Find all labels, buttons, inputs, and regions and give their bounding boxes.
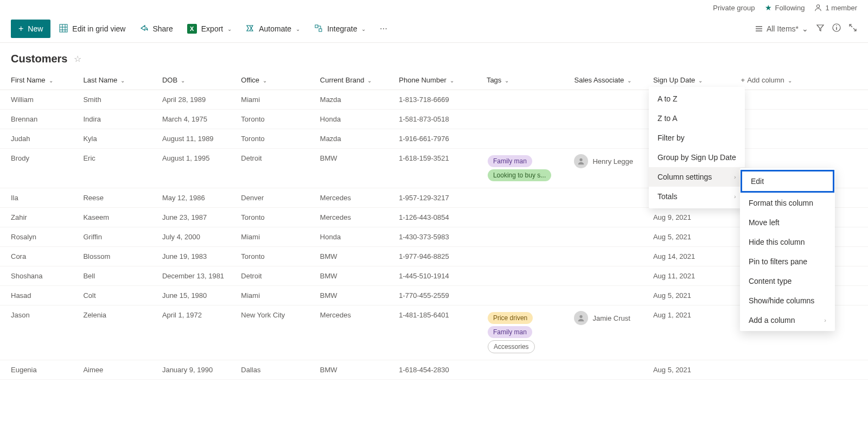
view-name: All Items* (767, 24, 799, 33)
cell-last-name: Reese (79, 188, 157, 208)
show-hide-columns[interactable]: Show/hide columns (740, 291, 835, 310)
hide-column[interactable]: Hide this column (740, 232, 835, 252)
cell-blank (737, 360, 868, 380)
cell-phone: 1-481-185-6401 (394, 306, 482, 360)
view-selector[interactable]: All Items* ⌄ (755, 24, 808, 33)
expand-icon[interactable] (848, 23, 857, 34)
cell-first-name: Jason (0, 306, 79, 360)
cell-first-name: William (0, 90, 79, 110)
integrate-label: Integrate (327, 24, 357, 33)
cell-brand: BMW (316, 266, 394, 286)
edit-grid-button[interactable]: Edit in grid view (54, 21, 131, 37)
cell-dob: June 23, 1987 (158, 208, 237, 227)
add-column[interactable]: +Add column⌄ (737, 71, 868, 90)
table-row[interactable]: HasadColtJune 15, 1980MiamiBMW1-770-455-… (0, 286, 868, 306)
cell-last-name: Aimee (79, 360, 157, 380)
favorite-star-icon[interactable]: ☆ (74, 54, 81, 64)
table-row[interactable]: JasonZeleniaApril 1, 1972New York CityMe… (0, 306, 868, 360)
cell-brand: Mazda (316, 90, 394, 110)
more-button[interactable]: ⋯ (374, 21, 393, 36)
members-button[interactable]: 1 member (814, 4, 857, 12)
col-signup[interactable]: Sign Up Date⌄ A to Z Z to A Filter by Gr… (649, 71, 737, 90)
following-button[interactable]: ★ Following (765, 3, 805, 12)
new-button[interactable]: + New (11, 20, 50, 38)
table-row[interactable]: ZahirKaseemJune 23, 1987TorontoMercedes1… (0, 208, 868, 227)
cell-first-name: Cora (0, 247, 79, 266)
cell-sales (570, 208, 648, 227)
svg-point-16 (580, 158, 583, 161)
cell-blank (737, 110, 868, 129)
cell-tags (482, 266, 570, 286)
col-first-name[interactable]: First Name⌄ (0, 71, 79, 90)
format-column[interactable]: Format this column (740, 193, 835, 213)
cell-dob: August 11, 1989 (158, 129, 237, 149)
totals[interactable]: Totals› (649, 187, 745, 206)
chevron-down-icon: ⌄ (698, 78, 703, 84)
cell-dob: May 12, 1986 (158, 188, 237, 208)
cell-brand: BMW (316, 286, 394, 306)
chevron-down-icon: ⌄ (296, 26, 300, 32)
table-wrapper: First Name⌄ Last Name⌄ DOB⌄ Office⌄ Curr… (0, 71, 868, 380)
add-a-column[interactable]: Add a column› (740, 310, 835, 330)
col-dob[interactable]: DOB⌄ (158, 71, 237, 90)
col-last-name[interactable]: Last Name⌄ (79, 71, 157, 90)
cell-sales (570, 266, 648, 286)
table-row[interactable]: CoraBlossomJune 19, 1983TorontoBMW1-977-… (0, 247, 868, 266)
cell-phone: 1-581-873-0518 (394, 110, 482, 129)
info-icon[interactable] (832, 23, 841, 34)
table-row[interactable]: RosalynGriffinJuly 4, 2000MiamiHonda1-43… (0, 227, 868, 247)
cell-first-name: Zahir (0, 208, 79, 227)
integrate-button[interactable]: Integrate ⌄ (309, 21, 371, 37)
cell-first-name: Judah (0, 129, 79, 149)
chevron-down-icon: ⌄ (505, 78, 509, 84)
cell-phone: 1-126-443-0854 (394, 208, 482, 227)
pin-filters[interactable]: Pin to filters pane (740, 252, 835, 271)
edit-column[interactable]: Edit (741, 170, 834, 193)
cell-last-name: Kaseem (79, 208, 157, 227)
cell-phone: 1-445-510-1914 (394, 266, 482, 286)
cell-first-name: Ila (0, 188, 79, 208)
col-tags[interactable]: Tags⌄ (482, 71, 570, 90)
content-type[interactable]: Content type (740, 271, 835, 291)
chevron-down-icon: ⌄ (788, 78, 792, 84)
move-left[interactable]: Move left (740, 213, 835, 232)
table-row[interactable]: EugeniaAimeeJanuary 9, 1990DallasBMW1-61… (0, 360, 868, 380)
col-office[interactable]: Office⌄ (237, 71, 315, 90)
cell-phone: 1-618-454-2830 (394, 360, 482, 380)
private-group-label: Private group (713, 4, 755, 12)
cell-last-name: Eric (79, 149, 157, 188)
col-phone[interactable]: Phone Number⌄ (394, 71, 482, 90)
tag-badge: Accessories (488, 340, 535, 353)
export-button[interactable]: X Export ⌄ (182, 21, 237, 37)
col-brand[interactable]: Current Brand⌄ (316, 71, 394, 90)
filter-by[interactable]: Filter by (649, 128, 745, 148)
grid-icon (59, 24, 68, 34)
automate-button[interactable]: Automate ⌄ (240, 21, 305, 37)
column-settings-submenu: Edit Format this column Move left Hide t… (740, 168, 835, 331)
tag-badge: Price driven (488, 312, 533, 324)
tag-badge: Looking to buy s... (488, 169, 551, 181)
cell-tags: Family manLooking to buy s... (482, 149, 570, 188)
tag-badge: Family man (488, 155, 532, 167)
table-row[interactable]: ShoshanaBellDecember 13, 1981DetroitBMW1… (0, 266, 868, 286)
filter-icon[interactable] (816, 23, 825, 34)
cell-office: Detroit (237, 266, 315, 286)
cell-office: Toronto (237, 129, 315, 149)
person-icon (814, 4, 822, 11)
cell-office: Miami (237, 227, 315, 247)
cell-office: Miami (237, 286, 315, 306)
share-button[interactable]: Share (134, 21, 178, 37)
col-sales[interactable]: Sales Associate⌄ (570, 71, 648, 90)
export-label: Export (201, 24, 223, 33)
group-by[interactable]: Group by Sign Up Date (649, 148, 745, 167)
sort-az[interactable]: A to Z (649, 89, 745, 109)
sort-za[interactable]: Z to A (649, 109, 745, 128)
cell-sales: Jamie Crust (570, 306, 648, 360)
chevron-down-icon: ⌄ (361, 26, 366, 32)
cell-signup: Aug 14, 2021 (649, 247, 737, 266)
cell-office: Toronto (237, 208, 315, 227)
cell-tags (482, 188, 570, 208)
person-chip: Henry Legge (574, 154, 633, 168)
column-settings[interactable]: Column settings› (649, 167, 745, 187)
cell-office: Denver (237, 188, 315, 208)
